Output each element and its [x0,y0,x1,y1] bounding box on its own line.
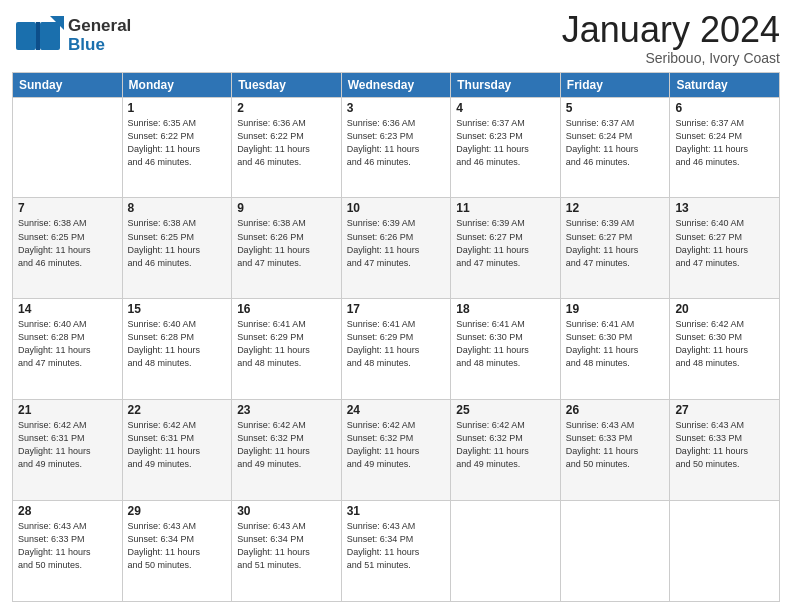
table-row: 5Sunrise: 6:37 AMSunset: 6:24 PMDaylight… [560,97,670,198]
calendar-week-row: 28Sunrise: 6:43 AMSunset: 6:33 PMDayligh… [13,501,780,602]
header: General Blue January 2024 Seribouo, Ivor… [12,10,780,66]
day-info: Sunrise: 6:43 AMSunset: 6:34 PMDaylight:… [128,520,227,572]
svg-rect-2 [36,22,40,50]
day-info: Sunrise: 6:41 AMSunset: 6:29 PMDaylight:… [237,318,336,370]
day-number: 21 [18,403,117,417]
header-monday: Monday [122,72,232,97]
day-info: Sunrise: 6:39 AMSunset: 6:26 PMDaylight:… [347,217,446,269]
table-row: 4Sunrise: 6:37 AMSunset: 6:23 PMDaylight… [451,97,561,198]
table-row: 28Sunrise: 6:43 AMSunset: 6:33 PMDayligh… [13,501,123,602]
day-number: 6 [675,101,774,115]
day-info: Sunrise: 6:38 AMSunset: 6:25 PMDaylight:… [18,217,117,269]
day-info: Sunrise: 6:41 AMSunset: 6:30 PMDaylight:… [456,318,555,370]
location-subtitle: Seribouo, Ivory Coast [562,50,780,66]
day-number: 28 [18,504,117,518]
table-row [13,97,123,198]
day-number: 5 [566,101,665,115]
day-number: 24 [347,403,446,417]
table-row: 6Sunrise: 6:37 AMSunset: 6:24 PMDaylight… [670,97,780,198]
day-info: Sunrise: 6:42 AMSunset: 6:32 PMDaylight:… [456,419,555,471]
table-row: 18Sunrise: 6:41 AMSunset: 6:30 PMDayligh… [451,299,561,400]
table-row: 25Sunrise: 6:42 AMSunset: 6:32 PMDayligh… [451,400,561,501]
day-number: 11 [456,201,555,215]
calendar-week-row: 7Sunrise: 6:38 AMSunset: 6:25 PMDaylight… [13,198,780,299]
calendar-week-row: 1Sunrise: 6:35 AMSunset: 6:22 PMDaylight… [13,97,780,198]
day-info: Sunrise: 6:38 AMSunset: 6:25 PMDaylight:… [128,217,227,269]
table-row: 15Sunrise: 6:40 AMSunset: 6:28 PMDayligh… [122,299,232,400]
calendar-table: Sunday Monday Tuesday Wednesday Thursday… [12,72,780,602]
day-number: 26 [566,403,665,417]
day-number: 13 [675,201,774,215]
table-row: 12Sunrise: 6:39 AMSunset: 6:27 PMDayligh… [560,198,670,299]
day-number: 14 [18,302,117,316]
table-row: 29Sunrise: 6:43 AMSunset: 6:34 PMDayligh… [122,501,232,602]
logo-text: General Blue [68,17,131,54]
day-info: Sunrise: 6:42 AMSunset: 6:30 PMDaylight:… [675,318,774,370]
day-info: Sunrise: 6:39 AMSunset: 6:27 PMDaylight:… [566,217,665,269]
table-row: 31Sunrise: 6:43 AMSunset: 6:34 PMDayligh… [341,501,451,602]
day-number: 25 [456,403,555,417]
table-row: 9Sunrise: 6:38 AMSunset: 6:26 PMDaylight… [232,198,342,299]
day-number: 20 [675,302,774,316]
day-number: 1 [128,101,227,115]
day-number: 31 [347,504,446,518]
day-number: 18 [456,302,555,316]
table-row [560,501,670,602]
table-row: 21Sunrise: 6:42 AMSunset: 6:31 PMDayligh… [13,400,123,501]
day-number: 22 [128,403,227,417]
day-number: 8 [128,201,227,215]
logo-icon [12,14,64,58]
day-info: Sunrise: 6:42 AMSunset: 6:32 PMDaylight:… [347,419,446,471]
day-info: Sunrise: 6:39 AMSunset: 6:27 PMDaylight:… [456,217,555,269]
table-row: 8Sunrise: 6:38 AMSunset: 6:25 PMDaylight… [122,198,232,299]
day-number: 3 [347,101,446,115]
day-info: Sunrise: 6:41 AMSunset: 6:30 PMDaylight:… [566,318,665,370]
day-info: Sunrise: 6:37 AMSunset: 6:23 PMDaylight:… [456,117,555,169]
day-info: Sunrise: 6:42 AMSunset: 6:32 PMDaylight:… [237,419,336,471]
header-friday: Friday [560,72,670,97]
table-row: 16Sunrise: 6:41 AMSunset: 6:29 PMDayligh… [232,299,342,400]
table-row: 24Sunrise: 6:42 AMSunset: 6:32 PMDayligh… [341,400,451,501]
day-info: Sunrise: 6:43 AMSunset: 6:33 PMDaylight:… [675,419,774,471]
day-number: 4 [456,101,555,115]
header-thursday: Thursday [451,72,561,97]
day-info: Sunrise: 6:37 AMSunset: 6:24 PMDaylight:… [566,117,665,169]
day-number: 27 [675,403,774,417]
table-row: 2Sunrise: 6:36 AMSunset: 6:22 PMDaylight… [232,97,342,198]
day-number: 17 [347,302,446,316]
table-row [670,501,780,602]
table-row: 1Sunrise: 6:35 AMSunset: 6:22 PMDaylight… [122,97,232,198]
day-number: 29 [128,504,227,518]
day-number: 19 [566,302,665,316]
logo-general-text: General [68,17,131,36]
day-info: Sunrise: 6:43 AMSunset: 6:34 PMDaylight:… [347,520,446,572]
day-info: Sunrise: 6:36 AMSunset: 6:22 PMDaylight:… [237,117,336,169]
table-row: 30Sunrise: 6:43 AMSunset: 6:34 PMDayligh… [232,501,342,602]
header-tuesday: Tuesday [232,72,342,97]
month-title: January 2024 [562,10,780,50]
day-info: Sunrise: 6:41 AMSunset: 6:29 PMDaylight:… [347,318,446,370]
day-number: 10 [347,201,446,215]
table-row: 27Sunrise: 6:43 AMSunset: 6:33 PMDayligh… [670,400,780,501]
table-row: 14Sunrise: 6:40 AMSunset: 6:28 PMDayligh… [13,299,123,400]
table-row: 23Sunrise: 6:42 AMSunset: 6:32 PMDayligh… [232,400,342,501]
logo-blue-text: Blue [68,36,131,55]
table-row: 13Sunrise: 6:40 AMSunset: 6:27 PMDayligh… [670,198,780,299]
day-info: Sunrise: 6:35 AMSunset: 6:22 PMDaylight:… [128,117,227,169]
table-row: 20Sunrise: 6:42 AMSunset: 6:30 PMDayligh… [670,299,780,400]
header-saturday: Saturday [670,72,780,97]
table-row: 17Sunrise: 6:41 AMSunset: 6:29 PMDayligh… [341,299,451,400]
logo: General Blue [12,14,131,58]
table-row: 3Sunrise: 6:36 AMSunset: 6:23 PMDaylight… [341,97,451,198]
table-row: 7Sunrise: 6:38 AMSunset: 6:25 PMDaylight… [13,198,123,299]
day-info: Sunrise: 6:38 AMSunset: 6:26 PMDaylight:… [237,217,336,269]
day-number: 9 [237,201,336,215]
day-info: Sunrise: 6:36 AMSunset: 6:23 PMDaylight:… [347,117,446,169]
calendar-week-row: 21Sunrise: 6:42 AMSunset: 6:31 PMDayligh… [13,400,780,501]
day-info: Sunrise: 6:40 AMSunset: 6:28 PMDaylight:… [128,318,227,370]
day-info: Sunrise: 6:37 AMSunset: 6:24 PMDaylight:… [675,117,774,169]
table-row: 26Sunrise: 6:43 AMSunset: 6:33 PMDayligh… [560,400,670,501]
day-info: Sunrise: 6:42 AMSunset: 6:31 PMDaylight:… [128,419,227,471]
day-number: 2 [237,101,336,115]
day-number: 30 [237,504,336,518]
